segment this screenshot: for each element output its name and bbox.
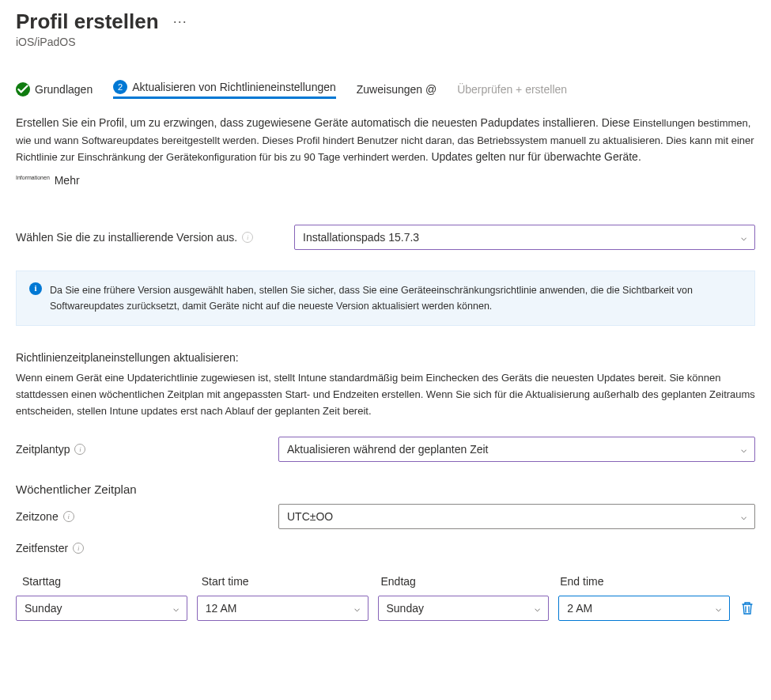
step-label: Grundlagen [35, 83, 93, 96]
endtime-value: 2 AM [567, 602, 592, 615]
endtime-select[interactable]: 2 AM ⌵ [558, 596, 730, 621]
time-row: Sunday ⌵ 12 AM ⌵ Sunday ⌵ 2 AM ⌵ [16, 596, 755, 621]
desc-line3: Updates gelten nur für überwachte Geräte… [431, 150, 641, 163]
info-tiny-label: Informationen [16, 175, 50, 180]
version-select[interactable]: Installationspads 15.7.3 ⌵ [294, 225, 755, 250]
time-window-grid: Starttag Start time Endtag End time Sund… [16, 575, 755, 621]
step-label: Zuweisungen @ [357, 83, 437, 96]
starttime-value: 12 AM [206, 602, 237, 615]
step-number-icon: 2 [113, 80, 127, 94]
schedule-title: Richtlinienzeitplaneinstellungen aktuali… [16, 351, 755, 364]
step-review[interactable]: Überprüfen + erstellen [457, 83, 567, 96]
info-icon[interactable]: i [73, 543, 84, 554]
version-label: Wählen Sie die zu installierende Version… [16, 231, 285, 244]
page-subtitle: iOS/iPadOS [16, 36, 755, 48]
wizard-steps: Grundlagen 2 Aktualisieren von Richtlini… [16, 80, 755, 99]
step-label: Aktualisieren von Richtlinieneinstellung… [132, 81, 336, 93]
window-label-text: Zeitfenster [16, 542, 68, 554]
starttime-select[interactable]: 12 AM ⌵ [197, 596, 368, 621]
description-text: Erstellen Sie ein Profil, um zu erzwinge… [16, 115, 755, 166]
info-icon: i [29, 282, 42, 295]
col-endday: Endtag [381, 575, 551, 588]
more-info-row: Informationen Mehr [16, 174, 755, 204]
tz-value: UTC±OO [287, 510, 333, 523]
step-update-policy[interactable]: 2 Aktualisieren von Richtlinieneinstellu… [113, 80, 336, 99]
version-value: Installationspads 15.7.3 [303, 231, 419, 244]
more-link[interactable]: Mehr [55, 174, 80, 187]
delete-row-button[interactable] [739, 601, 755, 615]
chevron-down-icon: ⌵ [716, 603, 721, 614]
tz-label-text: Zeitzone [16, 510, 59, 523]
chevron-down-icon: ⌵ [173, 603, 179, 614]
endday-select[interactable]: Sunday ⌵ [378, 596, 550, 621]
schedule-type-text: Zeitplantyp [16, 443, 70, 456]
endday-value: Sunday [387, 602, 424, 615]
step-label: Überprüfen + erstellen [457, 83, 567, 96]
chevron-down-icon: ⌵ [354, 603, 360, 614]
col-starttime: Start time [202, 575, 372, 588]
weekly-schedule-title: Wöchentlicher Zeitplan [16, 482, 755, 496]
schedule-type-value: Aktualisieren während der geplanten Zeit [287, 443, 489, 456]
chevron-down-icon: ⌵ [741, 511, 746, 522]
timewindow-label: Zeitfenster i [16, 542, 269, 554]
check-icon [16, 82, 30, 96]
more-icon[interactable]: ··· [173, 13, 187, 30]
version-label-text: Wählen Sie die zu installierende Version… [16, 231, 237, 244]
info-icon[interactable]: i [242, 232, 253, 243]
startday-select[interactable]: Sunday ⌵ [16, 596, 187, 621]
chevron-down-icon: ⌵ [741, 444, 746, 455]
info-banner: i Da Sie eine frühere Version ausgewählt… [16, 271, 755, 326]
col-startday: Starttag [22, 575, 192, 588]
step-assignments[interactable]: Zuweisungen @ [357, 83, 437, 96]
desc-line1: Erstellen Sie ein Profil, um zu erzwinge… [16, 116, 630, 129]
timezone-label: Zeitzone i [16, 510, 269, 523]
info-icon[interactable]: i [74, 444, 85, 455]
trash-icon [741, 601, 754, 615]
schedule-type-label: Zeitplantyp i [16, 443, 269, 456]
step-basics[interactable]: Grundlagen [16, 82, 93, 96]
schedule-desc: Wenn einem Gerät eine Updaterichtlinie z… [16, 370, 755, 419]
chevron-down-icon: ⌵ [741, 232, 746, 243]
col-endtime: End time [560, 575, 730, 588]
page-title: Profil erstellen [16, 9, 159, 34]
startday-value: Sunday [25, 602, 62, 615]
schedule-type-select[interactable]: Aktualisieren während der geplanten Zeit… [278, 437, 755, 462]
banner-text: Da Sie eine frühere Version ausgewählt h… [50, 282, 742, 314]
info-icon[interactable]: i [63, 511, 74, 522]
timezone-select[interactable]: UTC±OO ⌵ [278, 504, 755, 529]
chevron-down-icon: ⌵ [535, 603, 540, 614]
